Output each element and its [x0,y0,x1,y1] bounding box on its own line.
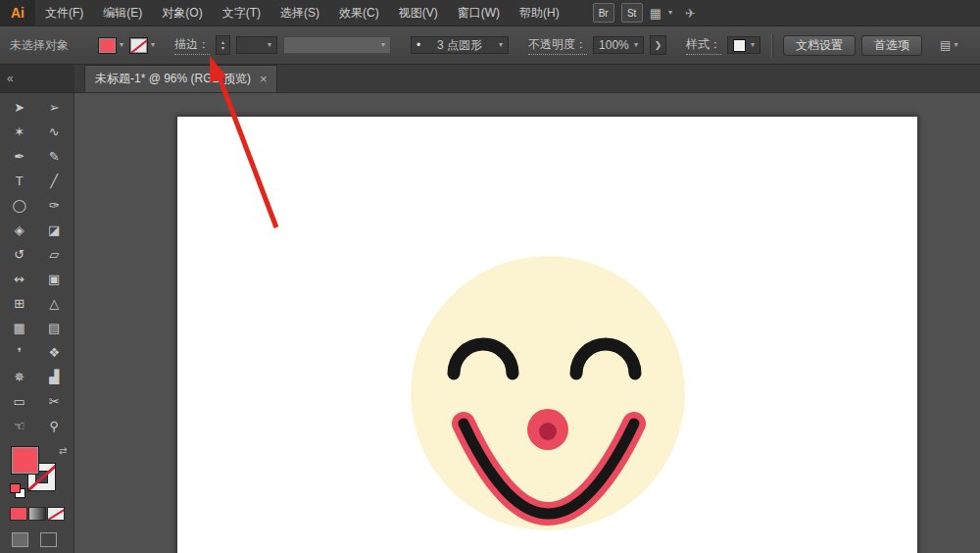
menu-object[interactable]: 对象(O) [152,0,212,25]
stroke-color-control[interactable]: ▾ [129,37,155,54]
document-tab[interactable]: 未标题-1* @ 96% (RGB/预览) × [84,65,277,92]
canvas[interactable] [74,93,980,553]
document-tab-bar: 未标题-1* @ 96% (RGB/预览) × [74,65,980,93]
stroke-label[interactable]: 描边： [174,36,210,55]
document-setup-button[interactable]: 文档设置 [783,35,856,56]
draw-mode-icon[interactable] [12,532,28,547]
chevron-down-icon[interactable]: ▾ [954,41,957,49]
menu-select[interactable]: 选择(S) [270,0,329,25]
workspace-switcher-icon[interactable]: ▦ [650,6,662,21]
menu-window[interactable]: 窗口(W) [448,0,510,25]
stroke-color-swatch[interactable] [129,37,148,54]
none-mode-button[interactable] [47,507,65,521]
menu-type[interactable]: 文字(T) [213,0,270,25]
variable-width-profile-dropdown[interactable]: ▾ [283,36,391,54]
shaper-tool[interactable]: ◈ [2,218,37,242]
gradient-tool[interactable]: ▤ [37,316,73,340]
stock-button[interactable]: St [621,3,643,23]
screen-mode-icon[interactable] [40,532,57,547]
magic-wand-tool[interactable]: ✶ [2,120,37,144]
smiley-face[interactable] [411,256,685,530]
opacity-dropdown[interactable]: 100% ▾ [593,36,644,54]
mesh-tool[interactable]: ▦ [2,316,37,340]
share-icon[interactable]: ✈ [685,6,696,21]
chevron-down-icon[interactable]: ▾ [120,41,123,49]
stepper-down-icon[interactable]: ▾ [221,45,224,51]
eyedropper-tool[interactable]: ❜ [2,340,37,365]
menu-help[interactable]: 帮助(H) [510,0,569,25]
gradient-mode-button[interactable] [28,507,46,521]
style-dropdown[interactable]: ▾ [727,36,760,54]
perspective-grid-tool[interactable]: △ [37,291,73,316]
control-panel-menu[interactable]: ▤ ▾ [940,38,957,52]
style-label[interactable]: 样式： [686,36,721,55]
ellipse-tool[interactable]: ◯ [2,193,37,218]
panel-list-icon[interactable]: ▤ [940,38,951,52]
shape-builder-tool[interactable]: ⊞ [2,291,37,316]
slice-tool[interactable]: ✂ [37,389,73,414]
brush-definition-value: 3 点圆形 [437,37,482,54]
opacity-label[interactable]: 不透明度： [528,36,587,55]
chevron-down-icon[interactable]: ▾ [268,41,271,49]
tools-panel: « ➤➢✶∿✒✎T╱◯✑◈◪↺▱↭▣⊞△▦▤❜❖✵▟▭✂☜⚲ ⇄ [0,65,74,553]
lasso-tool[interactable]: ∿ [37,120,73,144]
menu-view[interactable]: 视图(V) [389,0,448,25]
default-fill-chip [10,483,21,493]
fill-color-control[interactable]: ▾ [98,37,123,54]
pencil-tool[interactable]: ✎ [37,144,73,169]
zoom-tool[interactable]: ⚲ [37,414,73,438]
fill-swatch[interactable] [11,446,39,475]
menu-file[interactable]: 文件(F) [35,0,93,25]
column-graph-tool[interactable]: ▟ [37,365,73,389]
chevron-down-icon[interactable]: ▾ [151,41,155,49]
eraser-tool[interactable]: ◪ [37,218,73,242]
chevron-down-icon[interactable]: ▾ [668,9,672,17]
direct-selection-tool[interactable]: ➢ [37,95,73,120]
width-tool[interactable]: ↭ [2,267,37,291]
separator [771,33,772,57]
illustrator-window: Ai 文件(F)编辑(E)对象(O)文字(T)选择(S)效果(C)视图(V)窗口… [0,0,980,553]
brush-definition-dropdown[interactable]: • 3 点圆形 ▾ [411,36,509,54]
blend-tool[interactable]: ❖ [37,340,73,365]
stroke-width-dropdown[interactable]: ▾ [236,36,277,54]
chevron-down-icon[interactable]: ▾ [634,41,638,49]
opacity-panel-arrow[interactable]: ❯ [650,35,666,55]
line-segment-tool[interactable]: ╱ [37,169,73,193]
menu-bar-right: Br St ▦ ▾ ✈ [593,3,696,23]
collapse-panel-icon[interactable]: « [7,72,14,85]
smiley-nose-center [539,423,557,440]
close-icon[interactable]: × [260,73,268,85]
default-fill-stroke-icon[interactable] [10,483,25,497]
chevron-down-icon[interactable]: ▾ [381,41,385,49]
brush-preview-icon: • [416,38,420,52]
preferences-button[interactable]: 首选项 [861,35,922,56]
stroke-width-stepper[interactable]: ▴ ▾ [216,35,230,55]
document-tab-title: 未标题-1* @ 96% (RGB/预览) [95,71,251,87]
selection-tool[interactable]: ➤ [2,95,37,120]
color-mode-button[interactable] [10,507,27,521]
tools-grid: ➤➢✶∿✒✎T╱◯✑◈◪↺▱↭▣⊞△▦▤❜❖✵▟▭✂☜⚲ [0,93,74,438]
artboard-tool[interactable]: ▭ [2,389,37,414]
chevron-down-icon[interactable]: ▾ [499,41,503,49]
chevron-down-icon[interactable]: ▾ [751,41,755,49]
symbol-sprayer-tool[interactable]: ✵ [2,365,37,389]
menu-edit[interactable]: 编辑(E) [93,0,152,25]
paintbrush-tool[interactable]: ✑ [37,193,73,218]
bridge-button[interactable]: Br [593,3,614,23]
pen-tool[interactable]: ✒ [2,144,37,169]
smiley-artwork [177,117,917,553]
menu-effect[interactable]: 效果(C) [329,0,389,25]
color-mode-row [10,507,74,521]
workspace: « ➤➢✶∿✒✎T╱◯✑◈◪↺▱↭▣⊞△▦▤❜❖✵▟▭✂☜⚲ ⇄ [0,65,980,553]
artboard[interactable] [176,116,918,553]
hand-tool[interactable]: ☜ [2,414,37,438]
type-tool[interactable]: T [2,169,37,193]
fill-color-swatch[interactable] [98,37,117,54]
draw-mode-row [12,532,74,547]
free-transform-tool[interactable]: ▣ [37,267,73,291]
selection-status: 未选择对象 [10,37,69,54]
scale-tool[interactable]: ▱ [37,242,73,267]
rotate-tool[interactable]: ↺ [2,242,37,267]
tools-panel-header: « [0,65,74,93]
swap-fill-stroke-icon[interactable]: ⇄ [59,445,67,456]
